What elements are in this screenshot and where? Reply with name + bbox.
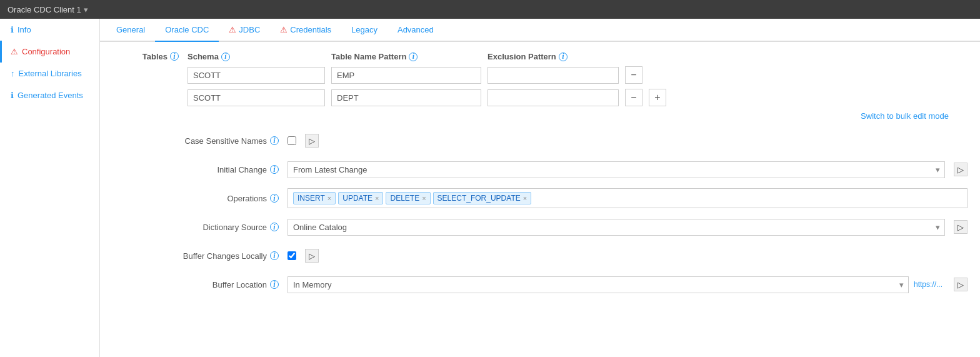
schema-info-icon[interactable]: i bbox=[221, 53, 230, 61]
schema-cell-1 bbox=[188, 67, 325, 84]
buffer-changes-info-icon[interactable]: i bbox=[270, 251, 279, 260]
dictionary-source-select[interactable]: Online Catalog Redo Logs Online Catalog … bbox=[288, 219, 945, 236]
dictionary-source-nav-button[interactable]: ▷ bbox=[954, 220, 968, 234]
tab-advanced[interactable]: Advanced bbox=[388, 19, 444, 42]
initial-change-row: Initial Change i From Latest Change From… bbox=[112, 159, 968, 179]
initial-change-info-icon[interactable]: i bbox=[270, 165, 279, 174]
sidebar-item-info[interactable]: ℹ Info bbox=[0, 19, 99, 41]
case-sensitive-nav-button[interactable]: ▷ bbox=[305, 134, 319, 148]
initial-change-select-wrapper: From Latest Change From Beginning From D… bbox=[288, 161, 945, 178]
dictionary-source-info-icon[interactable]: i bbox=[270, 223, 279, 231]
exclusion-info-icon[interactable]: i bbox=[559, 53, 568, 61]
tag-delete: DELETE × bbox=[386, 192, 430, 204]
sidebar: ℹ Info ⚠ Configuration ↑ External Librar… bbox=[0, 19, 100, 357]
tab-oracle-cdc-label: Oracle CDC bbox=[165, 25, 209, 34]
warning-icon: ⚠ bbox=[11, 47, 18, 56]
sidebar-label-configuration: Configuration bbox=[22, 47, 70, 56]
table-row: − bbox=[188, 66, 968, 84]
buffer-changes-locally-label: Buffer Changes Locally i bbox=[112, 251, 288, 261]
initial-change-select[interactable]: From Latest Change From Beginning From D… bbox=[288, 161, 945, 178]
schema-cell-2 bbox=[188, 89, 325, 106]
remove-row-2-button[interactable]: − bbox=[625, 89, 642, 106]
case-sensitive-names-label: Case Sensitive Names i bbox=[112, 136, 288, 146]
tag-insert-label: INSERT bbox=[298, 194, 325, 203]
sidebar-item-configuration[interactable]: ⚠ Configuration bbox=[0, 41, 99, 63]
buffer-location-nav-button[interactable]: ▷ bbox=[954, 278, 968, 291]
operations-label: Operations i bbox=[112, 194, 288, 203]
tab-jdbc[interactable]: ⚠ JDBC bbox=[219, 19, 270, 42]
buffer-location-label: Buffer Location i bbox=[112, 280, 288, 289]
tab-credentials-label: Credentials bbox=[290, 25, 331, 34]
tab-general[interactable]: General bbox=[106, 19, 155, 42]
tab-oracle-cdc[interactable]: Oracle CDC bbox=[155, 19, 219, 42]
exclusion-cell-2 bbox=[488, 89, 619, 106]
remove-row-1-button[interactable]: − bbox=[625, 66, 642, 84]
schema-header: Schema i bbox=[188, 52, 325, 61]
initial-change-control: From Latest Change From Beginning From D… bbox=[288, 161, 968, 178]
upload-icon: ↑ bbox=[11, 69, 15, 78]
case-sensitive-info-icon[interactable]: i bbox=[270, 136, 279, 145]
tab-legacy[interactable]: Legacy bbox=[341, 19, 388, 42]
buffer-changes-control: ▷ bbox=[288, 249, 968, 263]
tag-select-for-update-remove[interactable]: × bbox=[523, 194, 527, 202]
credentials-warning-icon: ⚠ bbox=[280, 25, 288, 34]
add-row-button[interactable]: + bbox=[649, 89, 666, 106]
jdbc-warning-icon: ⚠ bbox=[229, 25, 236, 34]
pattern-input-1[interactable] bbox=[331, 67, 481, 84]
pattern-input-2[interactable] bbox=[331, 89, 481, 106]
dictionary-source-select-wrapper: Online Catalog Redo Logs Online Catalog … bbox=[288, 219, 945, 236]
operations-control: INSERT × UPDATE × DELETE × SELECT_FOR_ bbox=[288, 188, 968, 208]
exclusion-input-1[interactable] bbox=[488, 67, 619, 84]
exclusion-cell-1 bbox=[488, 67, 619, 84]
table-column-headers: Schema i Table Name Pattern i Exclusion … bbox=[188, 52, 968, 61]
tab-bar: General Oracle CDC ⚠ JDBC ⚠ Credentials … bbox=[100, 19, 980, 42]
buffer-changes-checkbox[interactable] bbox=[288, 251, 296, 260]
tables-info-icon[interactable]: i bbox=[170, 52, 179, 61]
tag-insert: INSERT × bbox=[293, 192, 336, 204]
tab-general-label: General bbox=[116, 25, 145, 34]
case-sensitive-checkbox[interactable] bbox=[288, 136, 296, 145]
tab-credentials[interactable]: ⚠ Credentials bbox=[270, 19, 341, 42]
form-area: Tables i Schema i Table Name Pattern i bbox=[100, 42, 980, 357]
buffer-location-info-icon[interactable]: i bbox=[270, 280, 279, 289]
sidebar-item-external-libraries[interactable]: ↑ External Libraries bbox=[0, 63, 99, 84]
dictionary-source-row: Dictionary Source i Online Catalog Redo … bbox=[112, 217, 968, 237]
bulk-edit-link[interactable]: Switch to bulk edit mode bbox=[861, 111, 949, 121]
schema-input-2[interactable] bbox=[188, 89, 325, 106]
initial-change-nav-button[interactable]: ▷ bbox=[954, 163, 968, 176]
dictionary-source-control: Online Catalog Redo Logs Online Catalog … bbox=[288, 219, 968, 236]
sidebar-item-generated-events[interactable]: ℹ Generated Events bbox=[0, 84, 99, 106]
operations-info-icon[interactable]: i bbox=[270, 194, 279, 203]
buffer-location-select[interactable]: In Memory On Disk bbox=[288, 276, 909, 293]
table-row: − + bbox=[188, 89, 968, 106]
top-bar: Oracle CDC Client 1 ▾ bbox=[0, 0, 980, 19]
buffer-changes-nav-button[interactable]: ▷ bbox=[305, 249, 319, 263]
operations-row: Operations i INSERT × UPDATE × bbox=[112, 188, 968, 208]
exclusion-input-2[interactable] bbox=[488, 89, 619, 106]
operations-tags-input[interactable]: INSERT × UPDATE × DELETE × SELECT_FOR_ bbox=[288, 188, 968, 208]
dictionary-source-label: Dictionary Source i bbox=[112, 223, 288, 232]
exclusion-pattern-header: Exclusion Pattern i bbox=[488, 52, 619, 61]
tables-label-wrapper: Tables i bbox=[112, 52, 188, 61]
tag-select-for-update-label: SELECT_FOR_UPDATE bbox=[438, 194, 521, 203]
url-hint: https://... bbox=[914, 280, 942, 289]
table-name-pattern-header: Table Name Pattern i bbox=[331, 52, 481, 61]
tag-insert-remove[interactable]: × bbox=[328, 194, 331, 202]
case-sensitive-names-row: Case Sensitive Names i ▷ bbox=[112, 131, 968, 151]
buffer-location-row: Buffer Location i In Memory On Disk ▾ ht… bbox=[112, 274, 968, 294]
buffer-changes-locally-row: Buffer Changes Locally i ▷ bbox=[112, 246, 968, 266]
bulk-edit-link-container: Switch to bulk edit mode bbox=[188, 111, 949, 121]
content-area: General Oracle CDC ⚠ JDBC ⚠ Credentials … bbox=[100, 19, 980, 357]
pipeline-dropdown-arrow[interactable]: ▾ bbox=[84, 5, 88, 14]
tag-select-for-update: SELECT_FOR_UPDATE × bbox=[433, 192, 532, 204]
sidebar-label-external-libraries: External Libraries bbox=[19, 69, 82, 78]
info-icon: ℹ bbox=[11, 25, 14, 34]
case-sensitive-control: ▷ bbox=[288, 134, 968, 148]
pattern-cell-2 bbox=[331, 89, 481, 106]
tag-delete-remove[interactable]: × bbox=[422, 194, 426, 202]
events-icon: ℹ bbox=[11, 91, 14, 100]
pipeline-name[interactable]: Oracle CDC Client 1 bbox=[8, 5, 81, 14]
schema-input-1[interactable] bbox=[188, 67, 325, 84]
table-pattern-info-icon[interactable]: i bbox=[409, 53, 418, 61]
tag-update-remove[interactable]: × bbox=[375, 194, 379, 202]
